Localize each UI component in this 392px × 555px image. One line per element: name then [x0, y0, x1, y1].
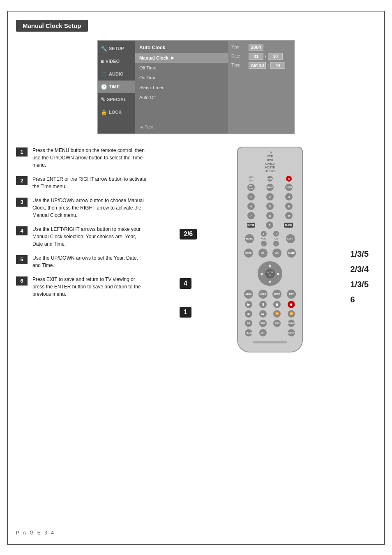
- sap-button[interactable]: SAP: [259, 329, 267, 336]
- skip-back-button[interactable]: ⏪: [273, 310, 281, 318]
- arrow-down-button[interactable]: ▼: [268, 280, 272, 284]
- enter-button[interactable]: ENTER⊙: [265, 269, 275, 279]
- sidebar-special[interactable]: ✎ SPECIAL: [98, 93, 135, 106]
- sidebar-time[interactable]: 🕐 TIME: [98, 81, 135, 93]
- step-4-number: 4: [16, 226, 28, 235]
- tv-menu-screenshot: 🔧 SETUP ■ VIDEO 🎵 AUDIO 🕐 TIME ✎ SP: [16, 40, 376, 134]
- menu-on-time[interactable]: On Time: [135, 73, 228, 83]
- setting-year-row: Year 2004: [231, 44, 291, 51]
- remote-body: TVVCRDVDCABLEHDSTBAUDIO LIGHT MODE ⏻ TV/…: [237, 147, 303, 353]
- year-label: Year: [231, 45, 247, 49]
- btn-5[interactable]: 5: [266, 203, 274, 210]
- skip-fwd-button[interactable]: ⏩: [288, 310, 295, 318]
- step-3-number: 3: [16, 198, 28, 207]
- step-3-text: Use the UP/DOWN arrow button to choose M…: [32, 197, 148, 219]
- sidebar-audio-label: AUDIO: [109, 71, 123, 76]
- setting-date-row: Date 01 / 10: [231, 53, 291, 60]
- sidebar-lock[interactable]: 🔒 LOCK: [98, 106, 135, 119]
- audio-icon: 🎵: [101, 71, 107, 77]
- stop-button[interactable]: ⏹: [273, 301, 281, 308]
- pip-button[interactable]: PIP: [245, 320, 252, 327]
- center-ring: ▲ ▼ ◄ ► ENTER⊙: [258, 261, 282, 286]
- menu-manual-clock[interactable]: Manual Clock ▶: [135, 53, 228, 63]
- btn-3[interactable]: 3: [285, 193, 293, 200]
- play-button[interactable]: ▶: [245, 301, 252, 308]
- power-button[interactable]: ⏻: [286, 176, 292, 182]
- btn-0[interactable]: 0: [266, 221, 273, 229]
- callout-4: 4: [180, 278, 191, 289]
- pippos-button[interactable]: PIPPOS: [288, 320, 295, 327]
- ff-button[interactable]: ⏭: [259, 310, 267, 318]
- year-value: 2004: [249, 44, 263, 51]
- menu-auto-clock[interactable]: Auto Clock: [135, 42, 228, 53]
- sidebar-special-label: SPECIAL: [107, 97, 127, 102]
- surf-button[interactable]: SURF: [286, 234, 295, 243]
- btn-flash[interactable]: FLASH: [284, 223, 293, 228]
- remote-row-top-buttons: LIGHT MODE ⏻: [242, 176, 298, 182]
- time-sep: :: [267, 63, 269, 68]
- arrow-up-button[interactable]: ▲: [268, 263, 272, 267]
- remote-row-cc: RATIO CC AVL SLEEP: [242, 249, 298, 258]
- setting-time-row: Time AM 10 : 44: [231, 62, 291, 69]
- step-6-row: 6 Press EXIT to save and return to TV vi…: [16, 276, 148, 298]
- pip3-button[interactable]: PIP3: [273, 320, 281, 327]
- step-1-row: 1 Press the MENU button on the remote co…: [16, 147, 148, 169]
- menu-off-time[interactable]: Off Time: [135, 63, 228, 73]
- off-time-label: Off Time: [139, 65, 156, 70]
- remote-row-rew: ⏮ ⏭ ⏪ ⏩: [242, 310, 298, 318]
- menu-button[interactable]: MENU: [244, 290, 253, 299]
- audio-button-btn[interactable]: AUDIO: [272, 290, 281, 299]
- sleep-button[interactable]: SLEEP: [287, 249, 296, 258]
- ch-up-button[interactable]: +: [273, 231, 279, 237]
- tvvideo-button[interactable]: TV/VID: [247, 184, 255, 191]
- btn-1[interactable]: 1: [247, 193, 255, 200]
- sidebar-audio[interactable]: 🎵 AUDIO: [98, 68, 135, 81]
- rew-button[interactable]: ⏮: [245, 310, 252, 318]
- comp-button[interactable]: COMP: [285, 184, 293, 191]
- side-label-234: 2/3/4: [350, 265, 369, 274]
- mute-button[interactable]: MUTE: [245, 234, 254, 243]
- step-1-text: Press the MENU button on the remote cont…: [32, 147, 148, 169]
- swap-button[interactable]: SWAP: [288, 329, 295, 336]
- btn-8[interactable]: 8: [266, 212, 274, 219]
- btn-enter-num[interactable]: ENTER: [247, 223, 255, 228]
- btn-9[interactable]: 9: [285, 212, 293, 219]
- step-4-text: Use the LEFT/RIGHT arrows button to make…: [32, 226, 148, 248]
- avl-button[interactable]: AVL: [272, 249, 281, 258]
- exit-button[interactable]: EXIT: [287, 290, 296, 299]
- menu-auto-off[interactable]: Auto Off: [135, 92, 228, 102]
- pip2-button[interactable]: PIP2: [259, 320, 267, 327]
- btn-6[interactable]: 6: [285, 203, 293, 210]
- step-2-row: 2 Press ENTER or the RIGHT arrow button …: [16, 175, 148, 190]
- tv-sidebar: 🔧 SETUP ■ VIDEO 🎵 AUDIO 🕐 TIME ✎ SP: [98, 41, 135, 134]
- sidebar-video[interactable]: ■ VIDEO: [98, 55, 135, 68]
- video-button[interactable]: VIDEO: [258, 290, 267, 299]
- btn-7[interactable]: 7: [247, 212, 255, 219]
- freeze-button[interactable]: FREEZE: [245, 329, 252, 336]
- vol-down-button[interactable]: -: [261, 241, 267, 246]
- mode-button[interactable]: MODE: [267, 176, 273, 182]
- vol-up-button[interactable]: +: [261, 231, 267, 237]
- front-button[interactable]: FRONT: [266, 184, 274, 191]
- record-button[interactable]: ⏺: [288, 301, 295, 308]
- btn-2[interactable]: 2: [266, 193, 274, 200]
- arrow-left-button[interactable]: ◄: [259, 272, 263, 276]
- ch-down-button[interactable]: -: [273, 241, 279, 246]
- remote-row-123: 1 2 3: [242, 193, 298, 200]
- step-4-row: 4 Use the LEFT/RIGHT arrows button to ma…: [16, 226, 148, 248]
- cc-button[interactable]: CC: [258, 249, 267, 258]
- remote-row-789: 7 8 9: [242, 212, 298, 219]
- step-5-row: 5 Use the UP/DOWN arrows to set the Year…: [16, 254, 148, 269]
- prev-label: ◄ Prev.: [135, 122, 228, 132]
- menu-arrow-right: ▶: [171, 55, 174, 60]
- arrow-right-button[interactable]: ►: [277, 272, 281, 276]
- tv-menu-content: Auto Clock Manual Clock ▶ Off Time On Ti…: [135, 41, 228, 134]
- side-label-135a: 1/3/5: [350, 249, 369, 259]
- menu-sleep-timer[interactable]: Sleep Timer: [135, 83, 228, 92]
- pause-button[interactable]: ⏸: [259, 301, 267, 308]
- ratio-button[interactable]: RATIO: [244, 249, 253, 258]
- btn-4[interactable]: 4: [247, 203, 255, 210]
- light-button[interactable]: LIGHT: [248, 176, 254, 182]
- step-1-number: 1: [16, 147, 28, 157]
- sidebar-setup[interactable]: 🔧 SETUP: [98, 42, 135, 55]
